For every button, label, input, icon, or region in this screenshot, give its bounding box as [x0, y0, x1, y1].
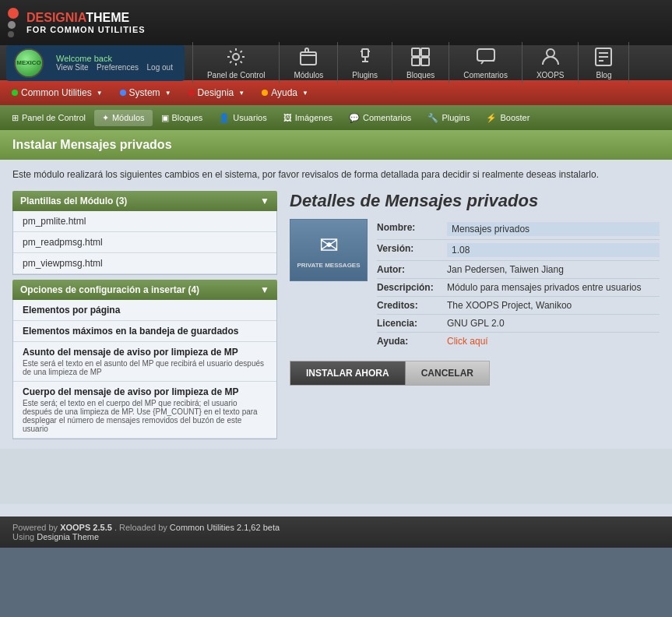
- detail-label-ayuda: Ayuda:: [377, 336, 447, 347]
- menu-ayuda[interactable]: Ayuda ▼: [254, 84, 316, 101]
- booster-icon: ⚡: [486, 113, 497, 123]
- detail-row-ayuda: Ayuda: Click aquí: [377, 333, 660, 350]
- page-title: Instalar Mensajes privados: [12, 138, 172, 151]
- detail-label-creditos: Creditos:: [377, 300, 447, 311]
- detail-label-version: Versión:: [377, 243, 447, 257]
- second-menu-comentarios[interactable]: 💬 Comentarios: [341, 110, 419, 126]
- second-menu-label-booster: Booster: [500, 113, 530, 122]
- second-menu-usuarios[interactable]: 👤 Usuarios: [211, 110, 274, 126]
- config-item-4: Cuerpo del mensaje de aviso por limpieza…: [13, 382, 276, 439]
- nav-label-panel: Panel de Control: [207, 71, 266, 79]
- arrow-down-icon: ▼: [97, 90, 103, 97]
- person-icon: [540, 46, 561, 68]
- detail-row-version: Versión: 1.08: [377, 240, 660, 261]
- second-menu-label-comentarios: Comentarios: [363, 113, 411, 122]
- left-panel: Plantillas del Módulo (3) ▼ pm_pmlite.ht…: [12, 191, 277, 439]
- cu-version-link[interactable]: Common Utilities 2.1,62 beta: [170, 523, 280, 532]
- logo-subtitle: FOR COMMON UTILITIES: [26, 25, 146, 34]
- templates-arrow-icon: ▼: [260, 196, 269, 206]
- nav-bloques[interactable]: Bloques: [392, 42, 449, 83]
- blog-icon: [593, 46, 614, 68]
- second-menu-imagenes[interactable]: 🖼 Imágenes: [276, 110, 340, 125]
- powered-by-text: Powered by: [12, 523, 58, 532]
- second-menu-label-usuarios: Usuarios: [233, 113, 266, 122]
- config-accordion-header[interactable]: Opciones de configuración a insertar (4)…: [12, 280, 277, 300]
- templates-list: pm_pmlite.html pm_readpmsg.html pm_viewp…: [12, 211, 277, 275]
- list-item[interactable]: pm_readpmsg.html: [13, 232, 276, 253]
- box-icon: [297, 46, 319, 68]
- dot-blue-icon: [120, 90, 126, 96]
- config-subtitle-3: Este será el texto en el asunto del MP q…: [23, 359, 267, 376]
- avatar: MEXICO: [14, 48, 44, 78]
- config-title-3: Asunto del mensaje de aviso por limpieza…: [23, 347, 238, 358]
- second-menu-label-modulos: Módulos: [112, 113, 145, 122]
- config-item-1: Elementos por página: [13, 300, 276, 321]
- main-content: Instalar Mensajes privados Este módulo r…: [0, 130, 672, 504]
- detail-row-autor: Autor: Jan Pedersen, Taiwen Jiang: [377, 261, 660, 279]
- top-header: DESIGNIATHEME FOR COMMON UTILITIES: [0, 0, 672, 45]
- module-icon-label: PRIVATE MESSAGES: [297, 262, 360, 269]
- nav-blog[interactable]: Blog: [579, 42, 629, 83]
- svg-rect-7: [412, 58, 420, 65]
- dot-orange-icon: [262, 90, 268, 96]
- content-area: Este módulo realizará los siguientes cam…: [0, 160, 672, 449]
- detail-label-desc: Descripción:: [377, 282, 447, 293]
- user-info: Welcome back View Site Preferences Log o…: [56, 54, 177, 72]
- details-table: Nombre: Mensajes privados Versión: 1.08 …: [377, 219, 660, 350]
- logout-link[interactable]: Log out: [147, 63, 173, 72]
- footer-line-1: Powered by XOOPS 2.5.5 . Reloaded by Com…: [12, 523, 660, 532]
- detail-value-licencia: GNU GPL 2.0: [447, 318, 505, 329]
- menu-common-utilities[interactable]: Common Utilities ▼: [4, 84, 111, 101]
- nav-comentarios[interactable]: Comentarios: [449, 42, 522, 83]
- svg-point-10: [547, 49, 554, 57]
- menu-system[interactable]: System ▼: [112, 84, 179, 101]
- menu-designia[interactable]: Designia ▼: [181, 84, 253, 101]
- detail-label-licencia: Licencia:: [377, 318, 447, 329]
- second-menu-booster[interactable]: ⚡ Booster: [478, 110, 537, 126]
- nav-label-xoops: XOOPS: [537, 71, 565, 79]
- view-site-link[interactable]: View Site: [56, 63, 89, 72]
- nav-label-bloques: Bloques: [406, 71, 435, 79]
- second-menu-panel[interactable]: ⊞ Panel de Control: [4, 110, 93, 126]
- nav-panel-de-control[interactable]: Panel de Control: [192, 42, 280, 83]
- svg-rect-9: [477, 49, 494, 61]
- welcome-text: Welcome back: [56, 54, 177, 63]
- nav-plugins[interactable]: Plugins: [338, 42, 392, 83]
- detail-row-desc: Descripción: Módulo para mensajes privad…: [377, 279, 660, 297]
- module-icon: ✉ PRIVATE MESSAGES: [290, 219, 368, 281]
- detail-row-licencia: Licencia: GNU GPL 2.0: [377, 315, 660, 333]
- list-item[interactable]: pm_viewpmsg.html: [13, 253, 276, 274]
- menu-label-designia: Designia: [198, 87, 234, 98]
- imagenes-icon: 🖼: [283, 113, 292, 122]
- nav-xoops[interactable]: XOOPS: [522, 42, 579, 83]
- svg-rect-2: [362, 49, 368, 57]
- config-title-1: Elementos por página: [23, 305, 120, 316]
- nav-label-blog: Blog: [596, 71, 611, 79]
- config-list: Elementos por página Elementos máximos e…: [12, 300, 277, 439]
- circle-top-icon: [8, 8, 19, 19]
- second-menu-bloques[interactable]: ▣ Bloques: [153, 110, 211, 126]
- action-buttons: INSTALAR AHORA CANCELAR: [290, 361, 490, 386]
- config-subtitle-4: Este será; el texto en el cuerpo del MP …: [23, 399, 267, 433]
- nav-modulos[interactable]: Módulos: [280, 42, 338, 83]
- reloaded-by-text: . Reloaded by: [114, 523, 167, 532]
- second-menu-plugins[interactable]: 🔧 Plugins: [420, 110, 477, 126]
- detail-value-creditos: The XOOPS Project, Wanikoo: [447, 300, 572, 311]
- details-title: Detalles de Mensajes privados: [290, 191, 660, 211]
- templates-accordion-header[interactable]: Plantillas del Módulo (3) ▼: [12, 191, 277, 211]
- envelope-icon: ✉: [319, 231, 339, 259]
- logo-designia: DESIGNIATHEME: [26, 11, 146, 25]
- theme-link[interactable]: Designia Theme: [37, 532, 99, 541]
- logo-circles: [8, 8, 19, 37]
- ayuda-link[interactable]: Click aquí: [447, 336, 488, 347]
- menu-bar: Common Utilities ▼ System ▼ Designia ▼ A…: [0, 80, 672, 105]
- cancel-button[interactable]: CANCELAR: [406, 361, 489, 385]
- avatar-label: MEXICO: [16, 59, 41, 66]
- install-button[interactable]: INSTALAR AHORA: [290, 361, 406, 385]
- list-item[interactable]: pm_pmlite.html: [13, 211, 276, 232]
- second-menu-modulos[interactable]: ✦ Módulos: [94, 110, 153, 126]
- preferences-link[interactable]: Preferences: [97, 63, 139, 72]
- logo-text: DESIGNIATHEME FOR COMMON UTILITIES: [26, 11, 146, 34]
- xoops-version-link[interactable]: XOOPS 2.5.5: [60, 523, 112, 532]
- detail-value-version: 1.08: [447, 243, 660, 257]
